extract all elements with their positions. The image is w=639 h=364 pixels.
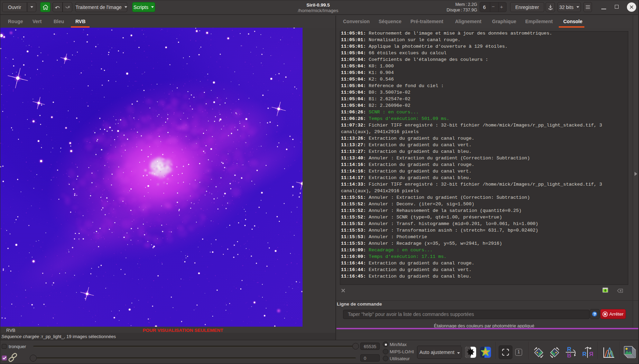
svg-text:R: R bbox=[567, 352, 571, 358]
svg-text:R: R bbox=[582, 351, 586, 357]
svg-text:R: R bbox=[567, 346, 571, 353]
svg-text:R: R bbox=[589, 351, 593, 357]
